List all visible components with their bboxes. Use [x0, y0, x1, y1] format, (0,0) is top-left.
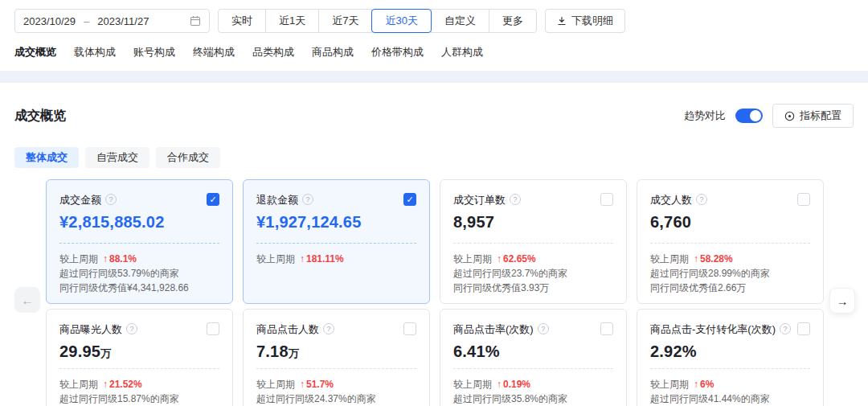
stat-line: 超过同行同级24.37%的商家 — [256, 392, 416, 406]
metric-card-stats: 较上周期↑6%超过同行同级41.44%的商家同行同级优秀值5.65% — [650, 377, 810, 406]
help-icon[interactable]: ? — [105, 194, 117, 205]
metric-card-head: 成交金额?✓ — [59, 193, 219, 207]
metric-card-title: 商品曝光人数 — [59, 322, 122, 337]
metric-config-button[interactable]: 指标配置 — [772, 104, 854, 128]
metric-value-unit: 万 — [100, 347, 111, 359]
compare-value: 181.11% — [306, 252, 344, 266]
quick-range-group: 实时近1天近7天近30天自定义更多 — [218, 9, 537, 33]
metric-checkbox[interactable] — [797, 322, 810, 335]
card-divider — [59, 243, 219, 244]
metric-checkbox[interactable] — [600, 322, 613, 335]
metric-card[interactable]: 成交订单数?8,957较上周期↑62.65%超过同行同级23.7%的商家同行同级… — [440, 179, 627, 304]
metric-card-title: 成交人数 — [650, 193, 692, 207]
up-arrow-icon: ↑ — [694, 252, 698, 266]
help-icon[interactable]: ? — [780, 323, 791, 334]
carousel-next-button[interactable]: → — [829, 288, 855, 314]
metric-checkbox[interactable] — [403, 322, 416, 335]
help-icon[interactable]: ? — [510, 194, 521, 205]
calendar-icon[interactable] — [190, 15, 201, 27]
main-section: 成交概览 趋势对比 指标配置 整体成交自营成交合作成交 成交金额?✓¥2,815… — [0, 104, 868, 406]
nav-tab-6[interactable]: 商品构成 — [312, 45, 354, 59]
metric-checkbox[interactable]: ✓ — [207, 193, 219, 206]
compare-value: 0.19% — [503, 377, 530, 392]
compare-label: 较上周期 — [453, 252, 492, 266]
quick-range-3[interactable]: 近7天 — [318, 9, 372, 33]
stat-line: 超过同行同级15.87%的商家 — [59, 392, 219, 406]
metric-card-stats: 较上周期↑51.7%超过同行同级24.37%的商家同行同级优秀值28.96万 — [256, 377, 416, 406]
nav-tab-4[interactable]: 终端构成 — [193, 45, 235, 59]
up-arrow-icon: ↑ — [694, 377, 698, 392]
stat-line: 超过同行同级53.79%的商家 — [59, 266, 219, 281]
metric-card[interactable]: 商品点击率(次数)?6.41%较上周期↑0.19%超过同行同级35.8%的商家同… — [440, 309, 627, 406]
compare-value: 21.52% — [109, 377, 142, 392]
help-icon[interactable]: ? — [302, 194, 313, 205]
metric-value: ¥2,815,885.02 — [59, 213, 219, 232]
quick-range-4[interactable]: 近30天 — [371, 9, 431, 33]
nav-tab-3[interactable]: 账号构成 — [133, 45, 175, 59]
metric-checkbox[interactable]: ✓ — [403, 193, 416, 206]
metric-card[interactable]: 商品曝光人数?29.95万较上周期↑21.52%超过同行同级15.87%的商家同… — [46, 309, 233, 406]
help-icon[interactable]: ? — [323, 323, 334, 334]
metric-card[interactable]: 成交人数?6,760较上周期↑58.28%超过同行同级28.99%的商家同行同级… — [637, 179, 824, 304]
metric-card-title: 退款金额 — [256, 193, 298, 207]
nav-tab-7[interactable]: 价格带构成 — [371, 45, 424, 59]
nav-tab-2[interactable]: 载体构成 — [74, 45, 116, 59]
stat-line: 同行同级优秀值¥4,341,928.66 — [59, 281, 219, 295]
sub-tab-2[interactable]: 自营成交 — [85, 147, 149, 168]
metric-checkbox[interactable] — [207, 322, 219, 335]
compare-label: 较上周期 — [59, 252, 98, 266]
download-detail-button[interactable]: 下载明细 — [545, 9, 625, 33]
compare-label: 较上周期 — [650, 377, 689, 392]
metric-card-stats: 较上周期↑58.28%超过同行同级28.99%的商家同行同级优秀值2.66万 — [650, 252, 810, 295]
card-divider — [59, 368, 219, 369]
nav-tab-8[interactable]: 人群构成 — [441, 45, 483, 59]
metric-card-title: 成交金额 — [59, 193, 101, 207]
help-icon[interactable]: ? — [126, 323, 137, 334]
compare-value: 51.7% — [306, 377, 334, 392]
card-divider — [650, 368, 810, 369]
quick-range-2[interactable]: 近1天 — [265, 9, 319, 33]
quick-range-1[interactable]: 实时 — [218, 9, 266, 33]
compare-line: 较上周期↑21.52% — [59, 377, 219, 392]
stat-line: 同行同级优秀值3.93万 — [453, 281, 613, 295]
metric-card[interactable]: 成交金额?✓¥2,815,885.02较上周期↑88.1%超过同行同级53.79… — [46, 179, 233, 304]
quick-range-6[interactable]: 更多 — [489, 9, 537, 33]
metric-card[interactable]: 商品点击人数?7.18万较上周期↑51.7%超过同行同级24.37%的商家同行同… — [243, 309, 430, 406]
date-end[interactable]: 2023/11/27 — [97, 15, 149, 27]
stat-line: 超过同行同级23.7%的商家 — [453, 266, 613, 281]
metric-value-unit: 万 — [289, 347, 299, 359]
help-icon[interactable]: ? — [538, 323, 549, 334]
metric-checkbox[interactable] — [797, 193, 810, 206]
sub-tab-1[interactable]: 整体成交 — [14, 147, 79, 168]
compare-label: 较上周期 — [256, 252, 295, 266]
date-start[interactable]: 2023/10/29 — [23, 15, 76, 27]
quick-range-5[interactable]: 自定义 — [431, 9, 489, 33]
metric-card-title: 商品点击率(次数) — [453, 322, 534, 337]
up-arrow-icon: ↑ — [497, 252, 502, 266]
metric-card[interactable]: 商品点击-支付转化率(次数)?2.92%较上周期↑6%超过同行同级41.44%的… — [637, 309, 824, 406]
metric-card-head: 商品点击人数? — [256, 322, 416, 337]
help-icon[interactable]: ? — [696, 194, 707, 205]
metric-value: 6,760 — [650, 213, 810, 232]
carousel-prev-button[interactable]: ← — [14, 287, 40, 313]
nav-tab-1[interactable]: 成交概览 — [14, 45, 56, 59]
metric-card-title: 成交订单数 — [453, 193, 506, 207]
up-arrow-icon: ↑ — [103, 252, 108, 266]
metric-checkbox[interactable] — [600, 193, 613, 206]
metric-cards-grid: 成交金额?✓¥2,815,885.02较上周期↑88.1%超过同行同级53.79… — [46, 179, 868, 406]
metric-card-stats: 较上周期↑181.11% — [256, 252, 416, 266]
sub-tabs: 整体成交自营成交合作成交 — [14, 147, 854, 168]
sub-tab-3[interactable]: 合作成交 — [156, 147, 220, 168]
compare-label: 较上周期 — [650, 252, 689, 266]
metric-value: 2.92% — [650, 342, 810, 361]
trend-compare-toggle[interactable] — [735, 109, 763, 123]
metric-value: 7.18万 — [256, 342, 416, 361]
metric-card[interactable]: 退款金额?✓¥1,927,124.65较上周期↑181.11% — [243, 179, 430, 304]
metric-card-head: 商品点击-支付转化率(次数)? — [650, 322, 810, 337]
compare-line: 较上周期↑181.11% — [256, 252, 416, 266]
nav-tab-5[interactable]: 品类构成 — [252, 45, 294, 59]
date-range-picker[interactable]: 2023/10/29 – 2023/11/27 — [14, 9, 210, 33]
toggle-knob — [750, 110, 761, 121]
compare-line: 较上周期↑0.19% — [453, 377, 613, 392]
metric-card-stats: 较上周期↑21.52%超过同行同级15.87%的商家同行同级优秀值211.01万 — [59, 377, 219, 406]
